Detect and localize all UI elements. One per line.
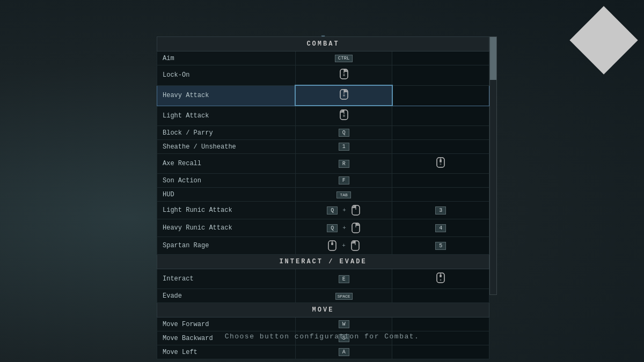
key-badge-ctrl: CTRL [335, 55, 353, 62]
key-cell[interactable]: Q + [295, 202, 392, 219]
key-badge-5: 5 [435, 242, 446, 250]
scrollbar-track[interactable] [489, 36, 497, 295]
mouse-right-icon [339, 68, 349, 80]
section-combat: COMBAT [157, 37, 489, 51]
action-label: Sheathe / Unsheathe [157, 140, 296, 154]
table-row: Move Forward W [157, 317, 489, 331]
key-badge-q2: Q [327, 206, 338, 215]
alt-cell[interactable] [392, 317, 489, 331]
key-badge-r: R [339, 160, 349, 168]
mouse-scroll-icon2 [327, 240, 337, 252]
keybindings-table: COMBAT Aim CTRL Lock-On [157, 36, 489, 359]
action-label: HUD [157, 188, 296, 202]
table-row: Sheathe / Unsheathe 1 [157, 140, 489, 154]
alt-cell[interactable] [392, 174, 489, 188]
plus-icon: + [342, 207, 346, 213]
alt-cell[interactable] [392, 345, 489, 359]
alt-cell[interactable] [392, 51, 489, 65]
alt-cell[interactable] [392, 188, 489, 202]
key-badge-q3: Q [327, 224, 338, 232]
svg-point-5 [343, 94, 345, 97]
plus-icon2: + [342, 225, 346, 231]
key-cell[interactable] [295, 65, 392, 86]
key-cell[interactable] [295, 106, 392, 126]
action-label: Axe Recall [157, 154, 296, 174]
action-label: Heavy Attack [157, 85, 296, 106]
key-cell[interactable]: TAB [295, 188, 392, 202]
plus-icon3: + [342, 242, 346, 249]
table-row: Block / Parry Q [157, 126, 489, 140]
action-label: Block / Parry [157, 126, 296, 140]
key-badge-1: 1 [339, 143, 349, 151]
svg-rect-19 [331, 242, 333, 245]
table-row: Light Runic Attack Q + 3 [157, 202, 489, 219]
alt-cell[interactable]: 4 [392, 219, 489, 237]
key-cell[interactable]: E [295, 269, 392, 289]
key-cell[interactable]: R [295, 154, 392, 174]
alt-cell[interactable] [392, 126, 489, 140]
alt-cell[interactable] [392, 65, 489, 86]
table-row: Light Attack [157, 106, 489, 126]
keybindings-panel: COMBAT Aim CTRL Lock-On [157, 36, 489, 359]
table-row: Spartan Rage + 5 [157, 237, 489, 255]
key-badge-f: F [339, 176, 349, 184]
table-row: Move Left A [157, 345, 489, 359]
section-interact-evade: INTERACT / EVADE [157, 255, 489, 269]
key-cell[interactable]: Q [295, 126, 392, 140]
action-label: Heavy Runic Attack [157, 219, 296, 237]
table-row: Evade SPACE [157, 289, 489, 303]
action-label: Move Forward [157, 317, 296, 331]
table-row: Aim CTRL [157, 51, 489, 65]
scrollbar-thumb[interactable] [490, 37, 496, 80]
action-label: Lock-On [157, 65, 296, 86]
svg-point-2 [343, 74, 345, 76]
alt-cell[interactable] [392, 85, 489, 106]
mouse-right-icon [339, 88, 349, 100]
alt-cell[interactable]: 3 [392, 202, 489, 219]
action-label: Interact [157, 269, 296, 289]
key-badge-w: W [339, 320, 349, 328]
table-row-highlighted: Heavy Attack [157, 85, 489, 106]
mouse-left-icon [339, 109, 349, 121]
key-cell-highlighted[interactable] [295, 85, 392, 106]
key-cell[interactable]: A [295, 345, 392, 359]
key-cell[interactable]: CTRL [295, 51, 392, 65]
svg-point-12 [440, 164, 442, 165]
mouse-right-icon2 [351, 222, 361, 234]
action-label: Light Attack [157, 106, 296, 126]
action-label: Aim [157, 51, 296, 65]
section-combat-header: COMBAT [157, 37, 489, 51]
key-badge-4: 4 [435, 224, 446, 232]
svg-rect-11 [440, 159, 442, 162]
status-bar: Choose button configuration for Combat. [0, 333, 644, 341]
action-label: Move Left [157, 345, 296, 359]
action-label: Evade [157, 289, 296, 303]
table-row: Heavy Runic Attack Q + 4 [157, 219, 489, 237]
key-cell[interactable]: SPACE [295, 289, 392, 303]
table-row: Lock-On [157, 65, 489, 86]
key-cell[interactable]: W [295, 317, 392, 331]
key-cell[interactable]: + [295, 237, 392, 255]
key-cell[interactable]: F [295, 174, 392, 188]
alt-cell[interactable] [392, 154, 489, 174]
table-row: Interact E [157, 269, 489, 289]
section-move-header: MOVE [157, 303, 489, 317]
table-row: Axe Recall R [157, 154, 489, 174]
action-label: Spartan Rage [157, 237, 296, 255]
alt-cell[interactable] [392, 106, 489, 126]
action-label: Light Runic Attack [157, 202, 296, 219]
alt-cell[interactable] [392, 289, 489, 303]
section-interact-header: INTERACT / EVADE [157, 255, 489, 269]
key-badge-a: A [339, 348, 349, 356]
mouse-left-icon2 [351, 204, 361, 216]
alt-cell[interactable] [392, 140, 489, 154]
key-cell[interactable]: 1 [295, 140, 392, 154]
alt-cell[interactable]: 5 [392, 237, 489, 255]
mouse-scroll-icon [436, 157, 445, 168]
key-badge-q: Q [339, 129, 349, 137]
key-badge-tab: TAB [336, 191, 350, 198]
table-row: HUD TAB [157, 188, 489, 202]
mouse-left-icon3 [350, 240, 360, 252]
alt-cell[interactable] [392, 269, 489, 289]
key-cell[interactable]: Q + [295, 219, 392, 237]
